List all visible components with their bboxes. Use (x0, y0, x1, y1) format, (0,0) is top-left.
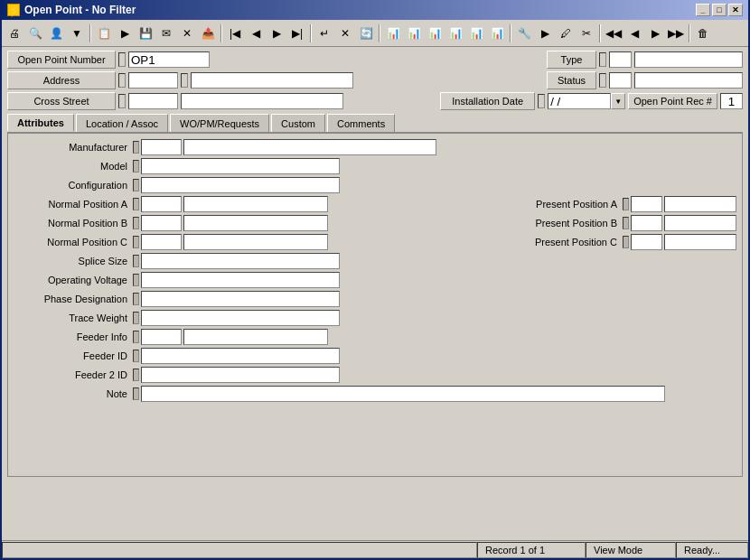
row-cross-street: Cross Street Installation Date ▼ Open Po… (7, 92, 743, 110)
tab-attributes[interactable]: Attributes (7, 114, 74, 132)
present-position-c-code[interactable] (631, 234, 662, 250)
tb-refresh-btn[interactable]: 🔄 (356, 23, 376, 43)
toolbar: 🖨 🔍 👤 ▼ 📋 ▶ 💾 ✉ ✕ 📤 |◀ ◀ ▶ ▶| ↵ ✕ 🔄 📊 📊 … (2, 20, 748, 47)
sep-pd (133, 293, 139, 305)
tb-chart6-btn[interactable]: 📊 (487, 23, 507, 43)
address-input2[interactable] (191, 72, 353, 89)
tb-mail-btn[interactable]: ✉ (156, 23, 176, 43)
tb-save-btn[interactable]: 💾 (136, 23, 155, 43)
tb-edit-btn[interactable]: 🖊 (556, 23, 576, 43)
minimize-button[interactable]: _ (696, 4, 710, 16)
normal-position-a-code[interactable] (141, 196, 182, 212)
tb-print-btn[interactable]: 🖨 (5, 23, 24, 43)
configuration-input[interactable] (141, 177, 340, 193)
sep-mfr (133, 141, 139, 154)
tab-custom[interactable]: Custom (271, 114, 325, 132)
manufacturer-code-input[interactable] (141, 139, 182, 155)
status-value-input[interactable] (634, 72, 743, 89)
model-input[interactable] (141, 158, 340, 174)
feeder-info-value[interactable] (183, 329, 328, 345)
date-dropdown-btn[interactable]: ▼ (611, 93, 625, 109)
row-open-point-number: Open Point Number Type (7, 51, 743, 69)
tb-nav-next-btn[interactable]: ▶ (645, 23, 665, 43)
normal-position-c-code[interactable] (141, 234, 182, 250)
manufacturer-name-input[interactable] (183, 139, 436, 155)
tb-filter-dropdown[interactable]: ▼ (67, 23, 87, 43)
note-input[interactable] (141, 386, 665, 402)
address-input1[interactable] (128, 72, 178, 89)
present-position-b-label: Present Position B (503, 215, 621, 231)
rec-number-button[interactable]: Open Point Rec # (628, 93, 717, 109)
title-bar-left: ⚡ Open Point - No Filter (7, 4, 136, 16)
tb-run-btn[interactable]: ▶ (115, 23, 135, 43)
row-manufacturer: Manufacturer (14, 139, 736, 155)
toolbar-sep-4 (379, 24, 380, 42)
present-position-a-value[interactable] (664, 196, 736, 212)
status-empty (2, 542, 477, 558)
tb-chart2-btn[interactable]: 📊 (404, 23, 424, 43)
status-code-input[interactable] (609, 72, 632, 89)
operating-voltage-input[interactable] (141, 272, 340, 288)
normal-position-a-label: Normal Position A (14, 196, 131, 212)
tb-new-btn[interactable]: ↵ (314, 23, 334, 43)
tb-nav-first-btn[interactable]: ◀◀ (604, 23, 623, 43)
tb-cut-btn[interactable]: ✂ (577, 23, 596, 43)
present-position-a-label: Present Position A (503, 196, 621, 212)
row-position-c: Normal Position C Present Position C (14, 234, 736, 250)
tb-export-btn[interactable]: 📤 (198, 23, 218, 43)
rec-number-input[interactable] (720, 93, 743, 109)
tb-search-btn[interactable]: 🔍 (25, 23, 45, 43)
tb-chart1-btn[interactable]: 📊 (383, 23, 403, 43)
tb-last-btn[interactable]: ▶| (287, 23, 307, 43)
tb-delete-btn[interactable]: ✕ (177, 23, 197, 43)
normal-position-a-value[interactable] (183, 196, 328, 212)
record-info: Record 1 of 1 (477, 542, 586, 558)
tab-location[interactable]: Location / Assoc (76, 114, 168, 132)
tb-chart3-btn[interactable]: 📊 (425, 23, 445, 43)
sep-date (538, 94, 545, 108)
tb-nav-last-btn[interactable]: ▶▶ (666, 23, 686, 43)
normal-position-b-code[interactable] (141, 215, 182, 231)
close-button[interactable]: ✕ (728, 4, 743, 16)
row-phase-designation: Phase Designation (14, 291, 736, 307)
tb-copy-btn[interactable]: 📋 (94, 23, 114, 43)
tb-first-btn[interactable]: |◀ (225, 23, 245, 43)
phase-designation-input[interactable] (141, 291, 340, 307)
tb-cancel-btn[interactable]: ✕ (335, 23, 355, 43)
type-value-input[interactable] (634, 51, 743, 68)
installation-date-input[interactable] (548, 93, 611, 109)
tab-wo[interactable]: WO/PM/Requests (170, 114, 269, 132)
tb-prev-btn[interactable]: ◀ (246, 23, 266, 43)
present-position-b-value[interactable] (664, 215, 736, 231)
feeder2-id-input[interactable] (141, 367, 340, 383)
splice-size-input[interactable] (141, 253, 340, 269)
tb-chart5-btn[interactable]: 📊 (466, 23, 486, 43)
tab-comments[interactable]: Comments (327, 114, 395, 132)
tb-play-btn[interactable]: ▶ (535, 23, 555, 43)
cross-street-input2[interactable] (181, 93, 343, 109)
normal-position-b-value[interactable] (183, 215, 328, 231)
trace-weight-input[interactable] (141, 310, 340, 326)
row-feeder-info: Feeder Info (14, 329, 736, 345)
tb-extra-btn[interactable]: 🗑 (693, 23, 713, 43)
maximize-button[interactable]: □ (712, 4, 727, 16)
address-label: Address (7, 71, 116, 89)
normal-position-c-value[interactable] (183, 234, 328, 250)
row-feeder2-id: Feeder 2 ID (14, 367, 736, 383)
present-position-a-code[interactable] (631, 196, 662, 212)
normal-position-c-label: Normal Position C (14, 234, 131, 250)
row-address: Address Status (7, 71, 743, 89)
present-position-b-code[interactable] (631, 215, 662, 231)
tb-user-btn[interactable]: 👤 (46, 23, 66, 43)
cross-street-input1[interactable] (128, 93, 178, 109)
tb-chart4-btn[interactable]: 📊 (445, 23, 465, 43)
tb-settings-btn[interactable]: 🔧 (514, 23, 534, 43)
present-position-c-value[interactable] (664, 234, 736, 250)
tb-next-btn[interactable]: ▶ (267, 23, 286, 43)
open-point-number-input[interactable] (128, 51, 210, 68)
model-label: Model (14, 158, 131, 174)
tb-nav-prev-btn[interactable]: ◀ (624, 23, 644, 43)
type-code-input[interactable] (609, 51, 632, 68)
feeder-id-input[interactable] (141, 348, 340, 364)
feeder-info-code[interactable] (141, 329, 182, 345)
